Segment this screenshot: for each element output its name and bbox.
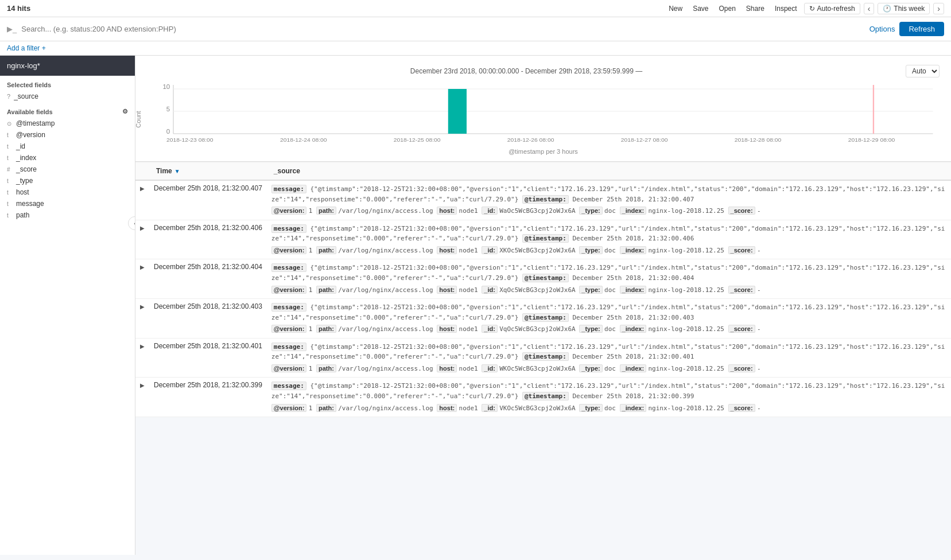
index-pattern[interactable]: nginx-log* bbox=[0, 56, 135, 76]
interval-select[interactable]: Auto bbox=[906, 65, 940, 77]
index-value: nginx-log-2018.12.25 bbox=[648, 365, 728, 372]
time-cell: December 25th 2018, 21:32:00.401 bbox=[149, 338, 267, 378]
message-content: message: {"@timstamp":"2018-12-25T21:32:… bbox=[271, 381, 946, 401]
metadata-line: @version: 1 path: /var/log/nginx/access.… bbox=[271, 205, 946, 216]
sidebar-field-item[interactable]: t_id bbox=[0, 141, 135, 152]
expand-icon[interactable]: ▶ bbox=[140, 185, 145, 192]
sidebar-field-item[interactable]: t@version bbox=[0, 129, 135, 141]
expand-cell[interactable]: ▶ bbox=[135, 299, 149, 339]
path-key: path: bbox=[316, 286, 336, 294]
message-content: message: {"@timstamp":"2018-12-25T21:32:… bbox=[271, 263, 946, 283]
field-type-icon: t bbox=[7, 155, 13, 161]
content-area: December 23rd 2018, 00:00:00.000 - Decem… bbox=[135, 56, 951, 555]
sidebar-field-item[interactable]: thost bbox=[0, 186, 135, 198]
expand-icon[interactable]: ▶ bbox=[140, 343, 145, 349]
refresh-button[interactable]: Refresh bbox=[899, 22, 944, 36]
metadata-line: @version: 1 path: /var/log/nginx/access.… bbox=[271, 285, 946, 295]
message-content: message: {"@timstamp":"2018-12-25T21:32:… bbox=[271, 342, 946, 362]
field-type-icon: t bbox=[7, 189, 13, 196]
field-name-label: host bbox=[16, 188, 29, 196]
available-fields-section: Available fields ⚙ bbox=[0, 102, 135, 118]
next-button[interactable]: › bbox=[933, 3, 944, 14]
sidebar-field-item[interactable]: t_index bbox=[0, 152, 135, 164]
index-value: nginx-log-2018.12.25 bbox=[648, 247, 728, 254]
svg-text:2018-12-26 08:00: 2018-12-26 08:00 bbox=[507, 137, 554, 143]
path-value: /var/log/nginx/access.log bbox=[338, 286, 437, 294]
expand-cell[interactable]: ▶ bbox=[135, 378, 149, 417]
add-filter-button[interactable]: Add a filter + bbox=[7, 44, 46, 52]
metadata-line: @version: 1 path: /var/log/nginx/access.… bbox=[271, 363, 946, 374]
host-value: node1 bbox=[459, 247, 482, 254]
expand-cell[interactable]: ▶ bbox=[135, 220, 149, 259]
message-key: message: bbox=[271, 382, 306, 390]
expand-icon[interactable]: ▶ bbox=[140, 225, 145, 231]
field-type-icon: t bbox=[7, 178, 13, 184]
host-value: node1 bbox=[459, 405, 482, 412]
id-key: _id: bbox=[482, 286, 498, 294]
expand-cell[interactable]: ▶ bbox=[135, 180, 149, 220]
path-key: path: bbox=[316, 364, 336, 372]
id-key: _id: bbox=[482, 246, 498, 254]
type-key: _type: bbox=[579, 364, 602, 372]
save-button[interactable]: Save bbox=[689, 3, 712, 14]
version-value: 1 bbox=[309, 405, 316, 412]
expand-cell[interactable]: ▶ bbox=[135, 338, 149, 378]
new-button[interactable]: New bbox=[665, 3, 686, 14]
version-key: @version: bbox=[271, 286, 307, 294]
time-cell: December 25th 2018, 21:32:00.403 bbox=[149, 299, 267, 339]
table-row: ▶ December 25th 2018, 21:32:00.404 messa… bbox=[135, 259, 951, 299]
index-key: _index: bbox=[620, 404, 647, 412]
source-cell: message: {"@timstamp":"2018-12-25T21:32:… bbox=[267, 378, 951, 417]
sidebar-collapse-button[interactable]: ‹ bbox=[128, 216, 135, 230]
time-cell: December 25th 2018, 21:32:00.407 bbox=[149, 180, 267, 220]
version-key: @version: bbox=[271, 207, 307, 215]
sidebar-field-item[interactable]: tmessage bbox=[0, 198, 135, 209]
svg-text:2018-12-25 08:00: 2018-12-25 08:00 bbox=[394, 137, 441, 143]
available-fields-label: Available fields bbox=[7, 108, 53, 115]
metadata-line: @version: 1 path: /var/log/nginx/access.… bbox=[271, 403, 946, 414]
auto-refresh-button[interactable]: ↻ Auto-refresh bbox=[804, 3, 860, 14]
type-value: doc bbox=[604, 325, 620, 333]
sidebar-field-item[interactable]: tpath bbox=[0, 209, 135, 221]
gear-icon[interactable]: ⚙ bbox=[122, 108, 128, 115]
expand-icon[interactable]: ▶ bbox=[140, 304, 145, 310]
path-value: /var/log/nginx/access.log bbox=[338, 207, 437, 215]
type-value: doc bbox=[604, 286, 620, 294]
table-body: ▶ December 25th 2018, 21:32:00.407 messa… bbox=[135, 180, 951, 417]
source-cell: message: {"@timstamp":"2018-12-25T21:32:… bbox=[267, 299, 951, 339]
search-input[interactable] bbox=[21, 25, 869, 33]
inspect-button[interactable]: Inspect bbox=[771, 3, 801, 14]
path-value: /var/log/nginx/access.log bbox=[338, 365, 437, 372]
sidebar-field-item[interactable]: #_score bbox=[0, 164, 135, 175]
path-key: path: bbox=[316, 246, 336, 254]
score-value: - bbox=[757, 405, 761, 412]
prev-button[interactable]: ‹ bbox=[864, 3, 875, 14]
type-value: doc bbox=[604, 405, 620, 412]
id-value: VqOc5WcBG3cpj2oWJx6A bbox=[499, 325, 579, 333]
clock-icon: 🕐 bbox=[883, 5, 891, 13]
index-value: nginx-log-2018.12.25 bbox=[648, 325, 728, 333]
options-button[interactable]: Options bbox=[870, 25, 895, 33]
expand-icon[interactable]: ▶ bbox=[140, 382, 145, 388]
host-value: node1 bbox=[459, 207, 482, 215]
score-value: - bbox=[757, 207, 761, 215]
time-col-header[interactable]: Time ▼ bbox=[149, 162, 267, 181]
time-range-button[interactable]: 🕐 This week bbox=[878, 3, 930, 14]
svg-rect-14 bbox=[448, 89, 467, 134]
table-row: ▶ December 25th 2018, 21:32:00.407 messa… bbox=[135, 180, 951, 220]
table-row: ▶ December 25th 2018, 21:32:00.406 messa… bbox=[135, 220, 951, 259]
share-button[interactable]: Share bbox=[743, 3, 768, 14]
open-button[interactable]: Open bbox=[716, 3, 739, 14]
field-name-label: @timestamp bbox=[16, 119, 55, 127]
sidebar-field-item[interactable]: t_type bbox=[0, 175, 135, 186]
host-value: node1 bbox=[459, 286, 482, 294]
expand-cell[interactable]: ▶ bbox=[135, 259, 149, 299]
expand-icon[interactable]: ▶ bbox=[140, 264, 145, 270]
type-key: _type: bbox=[579, 286, 602, 294]
time-sort[interactable]: Time ▼ bbox=[156, 167, 260, 175]
version-value: 1 bbox=[309, 365, 316, 372]
sidebar-field-item[interactable]: ⊙@timestamp bbox=[0, 118, 135, 129]
id-value: VKOc5WcBG3cpj2oWJx6A bbox=[499, 405, 579, 412]
metadata-line: @version: 1 path: /var/log/nginx/access.… bbox=[271, 245, 946, 256]
version-value: 1 bbox=[309, 207, 316, 215]
